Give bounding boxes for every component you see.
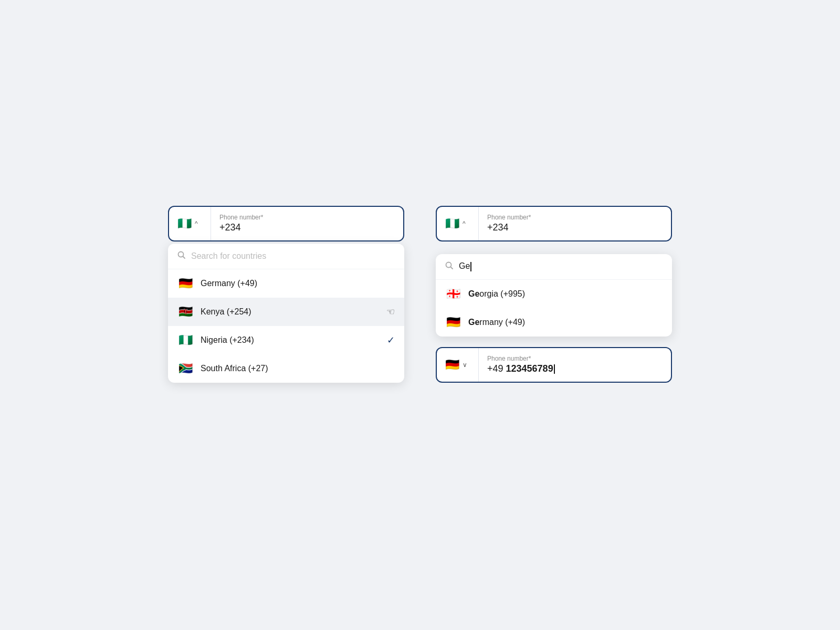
left-search-row[interactable] [168, 244, 404, 269]
svg-line-1 [183, 256, 185, 258]
left-flag: 🇳🇬 [177, 218, 192, 229]
nigeria-name: Nigeria (+234) [201, 335, 380, 345]
right-phone-field-bottom: Phone number* +49 123456789 [479, 351, 671, 379]
right-chevron-icon-top: ^ [463, 220, 466, 227]
text-cursor [470, 262, 471, 271]
germany-flag: 🇩🇪 [177, 277, 193, 290]
germany-flag-right: 🇩🇪 [445, 316, 461, 329]
left-phone-value: +234 [219, 222, 395, 233]
right-phone-input-bottom[interactable]: 🇩🇪 ∨ Phone number* +49 123456789 [436, 347, 672, 383]
left-search-input[interactable] [191, 251, 395, 261]
kenya-name: Kenya (+254) [201, 307, 379, 317]
list-item[interactable]: 🇿🇦 South Africa (+27) [168, 354, 404, 383]
list-item[interactable]: 🇩🇪 Germany (+49) [436, 308, 672, 337]
left-chevron-icon: ^ [195, 220, 198, 227]
right-phone-input-top[interactable]: 🇳🇬 ^ Phone number* +234 [436, 206, 672, 242]
list-item[interactable]: 🇬🇪 Georgia (+995) [436, 280, 672, 308]
list-item[interactable]: 🇳🇬 Nigeria (+234) ✓ [168, 326, 404, 354]
phone-bold-value: 123456789 [506, 363, 553, 374]
georgia-name: Georgia (+995) [468, 289, 663, 299]
left-phone-input-box[interactable]: 🇳🇬 ^ Phone number* +234 [168, 206, 404, 242]
left-phone-label: Phone number* [219, 214, 395, 221]
cursor-icon: ☜ [386, 306, 395, 318]
germany-name: Germany (+49) [201, 279, 395, 288]
right-search-icon [445, 261, 454, 272]
left-search-icon [177, 251, 186, 261]
left-phone-field: Phone number* +234 [211, 209, 403, 237]
left-country-list: 🇩🇪 Germany (+49) 🇰🇪 Kenya (+254) ☜ 🇳🇬 Ni… [168, 269, 404, 383]
georgia-flag: 🇬🇪 [445, 287, 461, 301]
highlight-ge: Ge [468, 289, 479, 298]
right-phone-value-top: +234 [487, 222, 663, 233]
svg-line-3 [451, 267, 453, 269]
right-phone-label-bottom: Phone number* [487, 355, 663, 362]
left-widget: 🇳🇬 ^ Phone number* +234 [168, 206, 404, 383]
right-phone-label-top: Phone number* [487, 214, 663, 221]
highlight-ge-2: Ge [468, 318, 479, 327]
nigeria-flag: 🇳🇬 [177, 333, 193, 347]
right-phone-field-top: Phone number* +234 [479, 209, 671, 237]
right-widget: 🇳🇬 ^ Phone number* +234 Ge [436, 206, 672, 383]
right-flag-top: 🇳🇬 [445, 218, 459, 229]
left-dropdown: 🇩🇪 Germany (+49) 🇰🇪 Kenya (+254) ☜ 🇳🇬 Ni… [168, 244, 404, 383]
list-item[interactable]: 🇰🇪 Kenya (+254) ☜ [168, 298, 404, 326]
right-phone-value-bottom: +49 123456789 [487, 363, 663, 374]
right-flag-bottom: 🇩🇪 [445, 359, 459, 371]
right-dropdown: Ge 🇬🇪 Georgia (+995) 🇩🇪 Germany (+49) [436, 254, 672, 337]
kenya-flag: 🇰🇪 [177, 305, 193, 319]
right-country-selector-bottom[interactable]: 🇩🇪 ∨ [437, 348, 479, 382]
south-africa-name: South Africa (+27) [201, 364, 395, 373]
list-item[interactable]: 🇩🇪 Germany (+49) [168, 269, 404, 298]
right-country-list: 🇬🇪 Georgia (+995) 🇩🇪 Germany (+49) [436, 280, 672, 337]
right-country-selector-top[interactable]: 🇳🇬 ^ [437, 207, 479, 240]
germany-name-right: Germany (+49) [468, 318, 663, 327]
right-search-typed: Ge [459, 261, 471, 271]
right-chevron-icon-bottom: ∨ [463, 361, 467, 369]
left-country-selector[interactable]: 🇳🇬 ^ [169, 207, 211, 240]
text-cursor-2 [554, 364, 555, 374]
south-africa-flag: 🇿🇦 [177, 362, 193, 375]
right-search-row[interactable]: Ge [436, 254, 672, 280]
selected-checkmark: ✓ [387, 334, 395, 346]
widgets-container: 🇳🇬 ^ Phone number* +234 [168, 206, 672, 383]
